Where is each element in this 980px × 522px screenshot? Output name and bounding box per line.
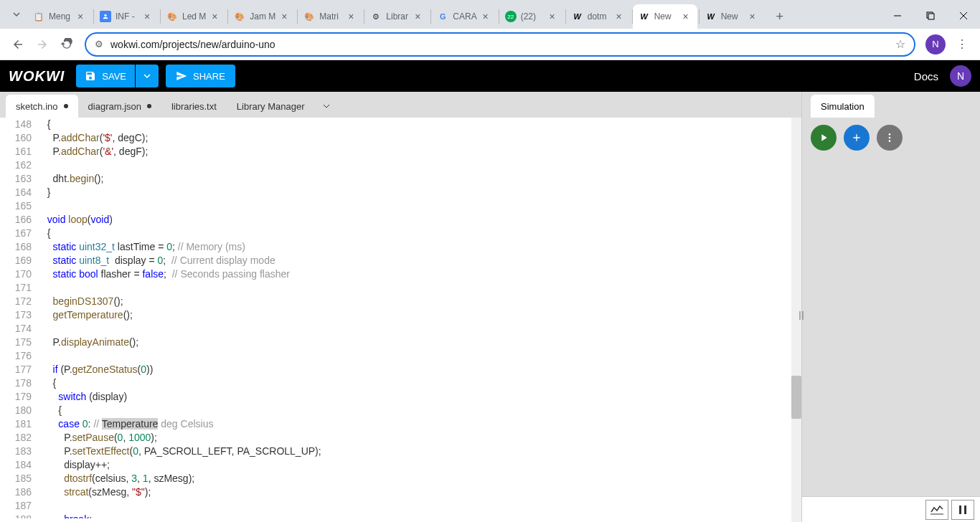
docs-link[interactable]: Docs	[914, 70, 938, 82]
code-line[interactable]: 180 {	[0, 404, 801, 417]
code-line[interactable]: 162	[0, 158, 801, 172]
editor-tab-dropdown[interactable]	[318, 98, 335, 115]
tab-title: Meng	[49, 11, 72, 22]
code-line[interactable]: 178 {	[0, 376, 801, 390]
tab-close-icon[interactable]: ×	[747, 11, 758, 22]
scrollbar-thumb[interactable]	[791, 376, 801, 419]
tab-close-icon[interactable]: ×	[680, 11, 692, 22]
add-part-button[interactable]	[844, 125, 870, 151]
tab-close-icon[interactable]: ×	[345, 11, 357, 22]
browser-tab[interactable]: 🎨Jam M×	[228, 4, 296, 29]
tab-close-icon[interactable]: ×	[412, 11, 423, 22]
code-line[interactable]: 184 display++;	[0, 458, 801, 472]
browser-tab[interactable]: ⚙Librar×	[364, 4, 429, 29]
browser-tab[interactable]: Wdotm×	[566, 4, 631, 29]
code-line[interactable]: 185 dtostrf(celsius, 3, 1, szMesg);	[0, 472, 801, 485]
tab-close-icon[interactable]: ×	[613, 11, 625, 22]
tab-search-dropdown[interactable]	[6, 4, 27, 25]
code-line[interactable]: 173 getTemperature();	[0, 308, 801, 322]
address-bar[interactable]: ⚙ wokwi.com/projects/new/arduino-uno ☆	[85, 32, 915, 57]
code-line[interactable]: 183 P.setTextEffect(0, PA_SCROLL_LEFT, P…	[0, 445, 801, 458]
browser-tab[interactable]: 🎨Led M×	[161, 4, 226, 29]
code-line[interactable]: 175 P.displayAnimate();	[0, 336, 801, 349]
code-line[interactable]: 187	[0, 499, 801, 513]
code-content: if (P.getZoneStatus(0))	[42, 363, 153, 376]
close-window-button[interactable]	[947, 5, 980, 27]
browser-tab[interactable]: 📋Meng×	[27, 4, 92, 29]
code-line[interactable]: 179 switch (display)	[0, 390, 801, 404]
code-line[interactable]: 181 case 0: // Temperature deg Celsius	[0, 417, 801, 431]
editor-tab[interactable]: sketch.ino	[6, 95, 78, 118]
tab-close-icon[interactable]: ×	[278, 11, 290, 22]
code-line[interactable]: 160 P.addChar('$', degC);	[0, 131, 801, 145]
run-simulation-button[interactable]	[811, 125, 837, 151]
chevron-down-icon	[143, 72, 151, 80]
tab-close-icon[interactable]: ×	[209, 11, 220, 22]
editor-tab[interactable]: libraries.txt	[161, 95, 227, 118]
tab-close-icon[interactable]: ×	[75, 11, 86, 22]
panel-resize-handle[interactable]	[798, 308, 806, 323]
line-number: 183	[0, 445, 42, 458]
sim-more-button[interactable]	[877, 125, 903, 151]
editor-tab[interactable]: Library Manager	[227, 95, 315, 118]
code-line[interactable]: 167 {	[0, 227, 801, 240]
tab-title: Led M	[182, 11, 206, 22]
simulation-canvas[interactable]	[802, 158, 980, 496]
back-button[interactable]	[6, 32, 30, 57]
code-line[interactable]: 166 void loop(void)	[0, 213, 801, 227]
browser-profile-avatar[interactable]: N	[925, 34, 946, 54]
code-line[interactable]: 163 dht.begin();	[0, 172, 801, 186]
minimize-button[interactable]	[881, 5, 914, 27]
maximize-button[interactable]	[914, 5, 947, 27]
code-line[interactable]: 172 beginDS1307();	[0, 295, 801, 308]
forward-button[interactable]	[30, 32, 55, 57]
pause-button[interactable]	[951, 500, 974, 520]
code-line[interactable]: 170 static bool flasher = false; // Seco…	[0, 267, 801, 281]
browser-tab[interactable]: 🎨Matri×	[298, 4, 362, 29]
browser-tab[interactable]: 22(22)×	[499, 4, 564, 29]
code-content: dht.begin();	[42, 172, 103, 186]
bookmark-icon[interactable]: ☆	[895, 37, 905, 51]
save-dropdown-button[interactable]	[136, 65, 159, 87]
code-editor[interactable]: 148 {160 P.addChar('$', degC);161 P.addC…	[0, 118, 801, 522]
save-button[interactable]: SAVE	[76, 65, 135, 87]
browser-menu-button[interactable]: ⋮	[950, 32, 974, 57]
code-line[interactable]: 148 {	[0, 118, 801, 131]
code-content: }	[42, 186, 50, 199]
code-line[interactable]: 174	[0, 322, 801, 336]
code-line[interactable]: 164 }	[0, 186, 801, 199]
wokwi-logo[interactable]: WOKWI	[9, 68, 65, 85]
editor-tab[interactable]: diagram.json	[78, 95, 161, 118]
code-line[interactable]: 176	[0, 349, 801, 363]
code-content	[42, 349, 53, 363]
code-line[interactable]: 177 if (P.getZoneStatus(0))	[0, 363, 801, 376]
code-line[interactable]: 186 strcat(szMesg, "$");	[0, 485, 801, 499]
editor-tab-label: libraries.txt	[171, 101, 217, 112]
tab-close-icon[interactable]: ×	[141, 11, 153, 22]
tab-close-icon[interactable]: ×	[480, 11, 491, 22]
browser-tab[interactable]: GCARA×	[431, 4, 496, 29]
new-tab-button[interactable]: +	[770, 6, 790, 27]
code-line[interactable]: 171	[0, 281, 801, 295]
code-line[interactable]: 168 static uint32_t lastTime = 0; // Mem…	[0, 240, 801, 254]
reload-button[interactable]	[55, 32, 79, 57]
simulation-tab[interactable]: Simulation	[811, 95, 875, 118]
plot-button[interactable]	[925, 500, 948, 520]
browser-tab[interactable]: WNew×	[699, 4, 764, 29]
line-number: 163	[0, 172, 42, 186]
code-content: case 0: // Temperature deg Celsius	[42, 417, 213, 431]
code-line[interactable]: 188 break;	[0, 513, 801, 518]
site-info-icon[interactable]: ⚙	[95, 39, 103, 49]
tab-title: New	[721, 11, 744, 22]
tab-close-icon[interactable]: ×	[547, 11, 558, 22]
code-line[interactable]: 169 static uint8_t display = 0; // Curre…	[0, 254, 801, 267]
share-button[interactable]: SHARE	[166, 65, 235, 87]
code-line[interactable]: 161 P.addChar('&', degF);	[0, 145, 801, 158]
browser-tab[interactable]: INF -×	[94, 4, 159, 29]
app-profile-avatar[interactable]: N	[950, 65, 971, 87]
code-line[interactable]: 182 P.setPause(0, 1000);	[0, 431, 801, 445]
browser-tab[interactable]: WNew×	[633, 4, 697, 29]
play-icon	[818, 132, 829, 143]
code-line[interactable]: 165	[0, 199, 801, 213]
code-content: beginDS1307();	[42, 295, 123, 308]
